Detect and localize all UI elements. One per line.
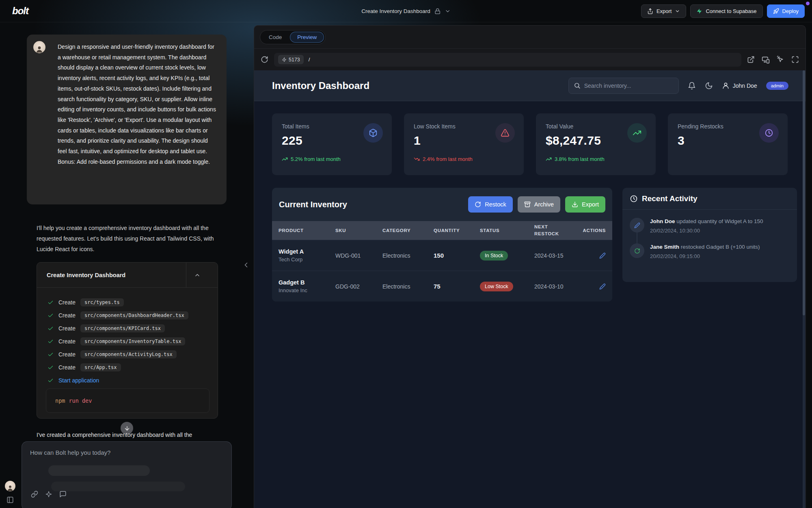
table-row[interactable]: Gadget B Innovate Inc GDG-002 Electronic… xyxy=(272,271,612,302)
product-name: Widget A xyxy=(279,248,335,255)
edit-pencil-icon[interactable] xyxy=(599,252,606,259)
inventory-search[interactable] xyxy=(568,78,679,94)
start-application-step[interactable]: Start application xyxy=(37,374,218,387)
refresh-icon xyxy=(630,243,644,258)
kpi-total-items: Total Items 225 5.2% from last month xyxy=(272,113,392,175)
artifact-step[interactable]: Create src/components/DashboardHeader.ts… xyxy=(37,309,218,322)
reload-icon[interactable] xyxy=(261,56,268,63)
assistant-followup-text: I've created a comprehensive inventory d… xyxy=(37,432,223,438)
check-icon xyxy=(48,378,54,384)
cell-quantity[interactable]: 75 xyxy=(434,283,480,290)
tab-preview[interactable]: Preview xyxy=(290,32,324,43)
preview-scrollbar[interactable] xyxy=(803,70,805,508)
search-input[interactable] xyxy=(584,82,665,89)
user-icon xyxy=(722,82,730,89)
check-icon xyxy=(48,326,54,332)
export-label: Export xyxy=(657,8,672,14)
check-icon xyxy=(48,300,54,306)
kpi-cards: Total Items 225 5.2% from last month Low… xyxy=(272,113,788,175)
chat-mode-icon[interactable] xyxy=(59,491,67,498)
artifact-step[interactable]: Create src/components/InventoryTable.tsx xyxy=(37,335,218,348)
archive-icon xyxy=(524,201,531,208)
package-icon xyxy=(363,123,383,143)
role-badge: admin xyxy=(766,82,788,90)
inspector-pointer-off-icon[interactable] xyxy=(777,56,784,63)
chevron-down-icon[interactable] xyxy=(445,8,451,14)
column-product: Product xyxy=(279,227,335,234)
clock-icon xyxy=(759,123,779,143)
column-quantity: Quantity xyxy=(434,227,480,234)
artifact-step[interactable]: Create src/components/KPICard.tsx xyxy=(37,322,218,335)
workbench-panel: Code Preview 5173 / Inventory Dashboard xyxy=(254,25,806,508)
archive-label: Archive xyxy=(534,201,554,208)
attach-link-icon[interactable] xyxy=(31,491,38,498)
archive-button[interactable]: Archive xyxy=(518,196,560,213)
edit-pencil-icon[interactable] xyxy=(599,283,606,290)
restock-button[interactable]: Restock xyxy=(468,196,512,213)
export-csv-button[interactable]: Export xyxy=(565,196,605,213)
status-badge: In Stock xyxy=(480,251,508,261)
check-icon xyxy=(48,352,54,358)
toggle-sidebar-icon[interactable] xyxy=(6,496,14,504)
edit-pencil-icon xyxy=(630,218,644,232)
activity-timestamp: 20/02/2024, 10:30:00 xyxy=(650,228,763,234)
step-file[interactable]: src/components/ActivityLog.tsx xyxy=(80,350,177,358)
step-file[interactable]: src/App.tsx xyxy=(80,363,121,371)
responsive-devices-icon[interactable] xyxy=(762,56,770,64)
collapse-artifact-button[interactable] xyxy=(186,263,208,288)
connect-supabase-button[interactable]: Connect to Supabase xyxy=(690,4,762,18)
artifact-header[interactable]: Create Inventory Dashboard xyxy=(37,263,218,288)
project-title-menu[interactable]: Create Inventory Dashboard xyxy=(361,8,451,14)
fullscreen-icon[interactable] xyxy=(791,56,799,63)
artifact-step[interactable]: Create src/components/ActivityLog.tsx xyxy=(37,348,218,361)
user-avatar xyxy=(33,41,45,53)
port-number: 5173 xyxy=(289,57,300,63)
deploy-label: Deploy xyxy=(782,8,799,14)
step-action: Create xyxy=(58,312,76,319)
port-pill[interactable]: 5173 xyxy=(278,55,304,64)
chat-input-container xyxy=(22,441,232,508)
enhance-sparkles-icon[interactable] xyxy=(45,491,52,498)
step-action: Create xyxy=(58,364,76,371)
check-icon xyxy=(48,313,54,319)
artifact-step[interactable]: Create src/App.tsx xyxy=(37,361,218,374)
step-file[interactable]: src/components/DashboardHeader.tsx xyxy=(80,311,188,319)
deploy-button[interactable]: Deploy xyxy=(767,4,805,18)
step-file[interactable]: src/components/InventoryTable.tsx xyxy=(80,337,185,345)
status-badge: Low Stock xyxy=(480,282,513,291)
account-avatar[interactable] xyxy=(5,481,15,491)
collapse-chat-button[interactable] xyxy=(242,261,250,269)
user-message-text: Design a responsive and user-friendly in… xyxy=(58,42,218,167)
dark-mode-moon-icon[interactable] xyxy=(705,82,713,90)
download-icon xyxy=(572,201,578,208)
table-row[interactable]: Widget A Tech Corp WDG-001 Electronics 1… xyxy=(272,240,612,271)
scrollbar-thumb[interactable] xyxy=(803,70,805,315)
cell-category: Electronics xyxy=(382,252,434,259)
open-in-new-tab-icon[interactable] xyxy=(747,56,755,63)
step-action: Create xyxy=(58,351,76,358)
product-supplier: Innovate Inc xyxy=(279,287,335,293)
step-file[interactable]: src/types.ts xyxy=(80,298,124,306)
step-file[interactable]: src/components/KPICard.tsx xyxy=(80,324,165,332)
export-label: Export xyxy=(582,201,599,208)
user-menu[interactable]: John Doe xyxy=(722,82,757,89)
recent-activity-card: Recent Activity John Doe updated quantit… xyxy=(622,188,797,282)
app-preview: Inventory Dashboard John Doe admin Total… xyxy=(254,70,806,508)
notifications-bell-icon[interactable] xyxy=(688,82,696,90)
tab-code[interactable]: Code xyxy=(261,32,289,43)
product-supplier: Tech Corp xyxy=(279,256,335,263)
table-header-row: Product SKU Category Quantity Status Nex… xyxy=(272,221,612,240)
url-input[interactable]: 5173 / xyxy=(274,53,741,67)
step-action: Create xyxy=(58,299,76,306)
refresh-icon xyxy=(475,201,481,208)
activity-action: restocked Gadget B (+100 units) xyxy=(681,244,760,250)
user-message: Design a responsive and user-friendly in… xyxy=(27,35,227,204)
cell-next-restock: 2024-03-15 xyxy=(534,252,573,259)
trending-up-icon xyxy=(546,156,552,162)
code-preview-toggle: Code Preview xyxy=(260,30,326,44)
artifact-step[interactable]: Create src/types.ts xyxy=(37,296,218,309)
chevron-up-icon xyxy=(194,272,201,278)
cell-quantity[interactable]: 150 xyxy=(434,252,480,259)
export-button[interactable]: Export xyxy=(641,4,687,18)
column-actions: Actions xyxy=(573,227,606,234)
